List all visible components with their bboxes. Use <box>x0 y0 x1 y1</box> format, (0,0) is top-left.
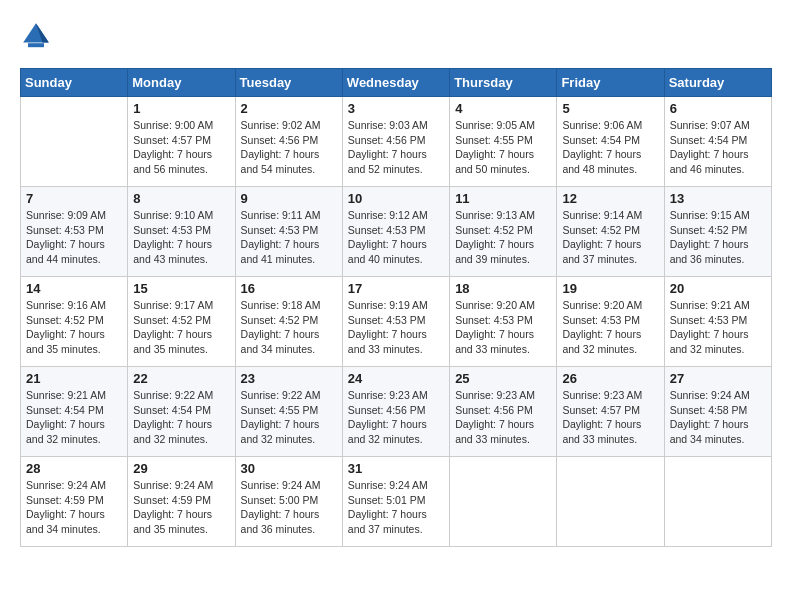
calendar-cell: 15Sunrise: 9:17 AMSunset: 4:52 PMDayligh… <box>128 277 235 367</box>
day-info: Sunrise: 9:02 AMSunset: 4:56 PMDaylight:… <box>241 118 337 177</box>
day-info: Sunrise: 9:10 AMSunset: 4:53 PMDaylight:… <box>133 208 229 267</box>
logo-icon <box>20 20 52 52</box>
calendar-cell: 18Sunrise: 9:20 AMSunset: 4:53 PMDayligh… <box>450 277 557 367</box>
weekday-header-saturday: Saturday <box>664 69 771 97</box>
calendar-cell: 16Sunrise: 9:18 AMSunset: 4:52 PMDayligh… <box>235 277 342 367</box>
day-number: 13 <box>670 191 766 206</box>
day-info: Sunrise: 9:23 AMSunset: 4:56 PMDaylight:… <box>348 388 444 447</box>
calendar-cell: 8Sunrise: 9:10 AMSunset: 4:53 PMDaylight… <box>128 187 235 277</box>
weekday-header-tuesday: Tuesday <box>235 69 342 97</box>
day-number: 9 <box>241 191 337 206</box>
calendar-cell: 9Sunrise: 9:11 AMSunset: 4:53 PMDaylight… <box>235 187 342 277</box>
day-number: 7 <box>26 191 122 206</box>
day-number: 12 <box>562 191 658 206</box>
day-info: Sunrise: 9:17 AMSunset: 4:52 PMDaylight:… <box>133 298 229 357</box>
day-number: 29 <box>133 461 229 476</box>
day-number: 2 <box>241 101 337 116</box>
calendar-week-row: 1Sunrise: 9:00 AMSunset: 4:57 PMDaylight… <box>21 97 772 187</box>
day-number: 8 <box>133 191 229 206</box>
weekday-header-sunday: Sunday <box>21 69 128 97</box>
logo <box>20 20 56 52</box>
day-info: Sunrise: 9:05 AMSunset: 4:55 PMDaylight:… <box>455 118 551 177</box>
day-info: Sunrise: 9:23 AMSunset: 4:57 PMDaylight:… <box>562 388 658 447</box>
day-number: 22 <box>133 371 229 386</box>
day-info: Sunrise: 9:22 AMSunset: 4:54 PMDaylight:… <box>133 388 229 447</box>
calendar-cell <box>450 457 557 547</box>
day-number: 18 <box>455 281 551 296</box>
day-number: 14 <box>26 281 122 296</box>
calendar-cell: 22Sunrise: 9:22 AMSunset: 4:54 PMDayligh… <box>128 367 235 457</box>
page-header <box>20 20 772 52</box>
day-number: 15 <box>133 281 229 296</box>
day-number: 3 <box>348 101 444 116</box>
weekday-header-wednesday: Wednesday <box>342 69 449 97</box>
calendar-cell: 27Sunrise: 9:24 AMSunset: 4:58 PMDayligh… <box>664 367 771 457</box>
svg-rect-2 <box>28 43 44 47</box>
day-number: 30 <box>241 461 337 476</box>
day-info: Sunrise: 9:12 AMSunset: 4:53 PMDaylight:… <box>348 208 444 267</box>
calendar-cell <box>557 457 664 547</box>
calendar-cell: 25Sunrise: 9:23 AMSunset: 4:56 PMDayligh… <box>450 367 557 457</box>
day-number: 10 <box>348 191 444 206</box>
calendar-week-row: 14Sunrise: 9:16 AMSunset: 4:52 PMDayligh… <box>21 277 772 367</box>
calendar-cell: 23Sunrise: 9:22 AMSunset: 4:55 PMDayligh… <box>235 367 342 457</box>
day-number: 19 <box>562 281 658 296</box>
day-number: 6 <box>670 101 766 116</box>
weekday-header-friday: Friday <box>557 69 664 97</box>
day-info: Sunrise: 9:21 AMSunset: 4:54 PMDaylight:… <box>26 388 122 447</box>
day-info: Sunrise: 9:16 AMSunset: 4:52 PMDaylight:… <box>26 298 122 357</box>
calendar-cell: 17Sunrise: 9:19 AMSunset: 4:53 PMDayligh… <box>342 277 449 367</box>
day-info: Sunrise: 9:24 AMSunset: 4:58 PMDaylight:… <box>670 388 766 447</box>
day-info: Sunrise: 9:20 AMSunset: 4:53 PMDaylight:… <box>562 298 658 357</box>
day-number: 11 <box>455 191 551 206</box>
day-info: Sunrise: 9:19 AMSunset: 4:53 PMDaylight:… <box>348 298 444 357</box>
day-number: 17 <box>348 281 444 296</box>
weekday-header-monday: Monday <box>128 69 235 97</box>
calendar-week-row: 28Sunrise: 9:24 AMSunset: 4:59 PMDayligh… <box>21 457 772 547</box>
calendar-cell: 29Sunrise: 9:24 AMSunset: 4:59 PMDayligh… <box>128 457 235 547</box>
calendar-week-row: 7Sunrise: 9:09 AMSunset: 4:53 PMDaylight… <box>21 187 772 277</box>
calendar-cell: 12Sunrise: 9:14 AMSunset: 4:52 PMDayligh… <box>557 187 664 277</box>
calendar-cell: 6Sunrise: 9:07 AMSunset: 4:54 PMDaylight… <box>664 97 771 187</box>
day-number: 31 <box>348 461 444 476</box>
weekday-header-thursday: Thursday <box>450 69 557 97</box>
calendar-cell: 31Sunrise: 9:24 AMSunset: 5:01 PMDayligh… <box>342 457 449 547</box>
day-info: Sunrise: 9:24 AMSunset: 4:59 PMDaylight:… <box>26 478 122 537</box>
day-info: Sunrise: 9:24 AMSunset: 5:01 PMDaylight:… <box>348 478 444 537</box>
calendar-cell: 3Sunrise: 9:03 AMSunset: 4:56 PMDaylight… <box>342 97 449 187</box>
calendar-table: SundayMondayTuesdayWednesdayThursdayFrid… <box>20 68 772 547</box>
day-info: Sunrise: 9:18 AMSunset: 4:52 PMDaylight:… <box>241 298 337 357</box>
day-info: Sunrise: 9:14 AMSunset: 4:52 PMDaylight:… <box>562 208 658 267</box>
day-info: Sunrise: 9:09 AMSunset: 4:53 PMDaylight:… <box>26 208 122 267</box>
day-info: Sunrise: 9:03 AMSunset: 4:56 PMDaylight:… <box>348 118 444 177</box>
day-number: 23 <box>241 371 337 386</box>
weekday-header-row: SundayMondayTuesdayWednesdayThursdayFrid… <box>21 69 772 97</box>
calendar-cell: 4Sunrise: 9:05 AMSunset: 4:55 PMDaylight… <box>450 97 557 187</box>
day-info: Sunrise: 9:23 AMSunset: 4:56 PMDaylight:… <box>455 388 551 447</box>
day-number: 26 <box>562 371 658 386</box>
day-info: Sunrise: 9:24 AMSunset: 5:00 PMDaylight:… <box>241 478 337 537</box>
calendar-week-row: 21Sunrise: 9:21 AMSunset: 4:54 PMDayligh… <box>21 367 772 457</box>
calendar-cell: 26Sunrise: 9:23 AMSunset: 4:57 PMDayligh… <box>557 367 664 457</box>
day-number: 21 <box>26 371 122 386</box>
day-info: Sunrise: 9:20 AMSunset: 4:53 PMDaylight:… <box>455 298 551 357</box>
day-number: 1 <box>133 101 229 116</box>
calendar-cell <box>664 457 771 547</box>
day-info: Sunrise: 9:21 AMSunset: 4:53 PMDaylight:… <box>670 298 766 357</box>
day-info: Sunrise: 9:06 AMSunset: 4:54 PMDaylight:… <box>562 118 658 177</box>
calendar-cell <box>21 97 128 187</box>
calendar-cell: 13Sunrise: 9:15 AMSunset: 4:52 PMDayligh… <box>664 187 771 277</box>
calendar-cell: 1Sunrise: 9:00 AMSunset: 4:57 PMDaylight… <box>128 97 235 187</box>
day-info: Sunrise: 9:15 AMSunset: 4:52 PMDaylight:… <box>670 208 766 267</box>
calendar-cell: 5Sunrise: 9:06 AMSunset: 4:54 PMDaylight… <box>557 97 664 187</box>
day-number: 16 <box>241 281 337 296</box>
calendar-cell: 28Sunrise: 9:24 AMSunset: 4:59 PMDayligh… <box>21 457 128 547</box>
calendar-cell: 19Sunrise: 9:20 AMSunset: 4:53 PMDayligh… <box>557 277 664 367</box>
day-info: Sunrise: 9:07 AMSunset: 4:54 PMDaylight:… <box>670 118 766 177</box>
calendar-cell: 14Sunrise: 9:16 AMSunset: 4:52 PMDayligh… <box>21 277 128 367</box>
day-number: 27 <box>670 371 766 386</box>
calendar-cell: 11Sunrise: 9:13 AMSunset: 4:52 PMDayligh… <box>450 187 557 277</box>
day-info: Sunrise: 9:11 AMSunset: 4:53 PMDaylight:… <box>241 208 337 267</box>
day-number: 5 <box>562 101 658 116</box>
calendar-cell: 7Sunrise: 9:09 AMSunset: 4:53 PMDaylight… <box>21 187 128 277</box>
